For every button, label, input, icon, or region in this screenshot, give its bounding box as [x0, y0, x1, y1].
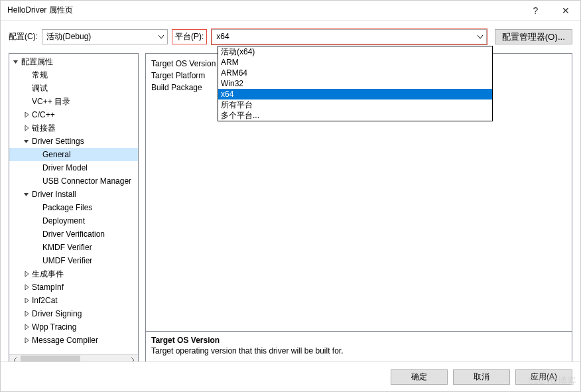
tree-item[interactable]: 链接器 [9, 121, 138, 135]
expand-none [23, 98, 31, 105]
tree-item[interactable]: 生成事件 [9, 267, 138, 281]
tree-item-label: Deployment [42, 214, 85, 228]
cancel-button[interactable]: 取消 [453, 369, 510, 385]
expand-closed-icon[interactable] [23, 310, 31, 318]
expand-none [33, 164, 41, 172]
dropdown-option[interactable]: 所有平台 [218, 99, 492, 110]
expand-open-icon[interactable] [12, 58, 20, 66]
tree-item-label: Message Compiler [32, 334, 98, 347]
expand-closed-icon[interactable] [23, 111, 31, 119]
expand-none [23, 84, 31, 92]
expand-open-icon[interactable] [23, 190, 31, 198]
window-title: HelloDriver 属性页 [7, 5, 521, 16]
tree-item[interactable]: Driver Signing [9, 307, 138, 320]
tree-item[interactable]: Driver Install [9, 188, 138, 201]
tree-item-label: VC++ 目录 [32, 95, 70, 108]
dropdown-option[interactable]: Win32 [218, 78, 492, 89]
expand-none [33, 177, 41, 185]
help-button[interactable]: ? [521, 1, 550, 21]
description-text: Target operating version that this drive… [151, 346, 566, 356]
tree-item-label: General [42, 148, 71, 161]
dropdown-option[interactable]: 活动(x64) [218, 46, 492, 57]
tree-item-label: 调试 [32, 82, 48, 95]
dropdown-option[interactable]: x64 [218, 89, 492, 99]
tree-item[interactable]: C/C++ [9, 108, 138, 121]
expand-closed-icon[interactable] [23, 296, 31, 304]
platform-label-highlight: 平台(P): [172, 29, 207, 44]
tree-item-label: Driver Verification [42, 228, 105, 241]
expand-none [33, 230, 41, 238]
tree-item[interactable]: Inf2Cat [9, 294, 138, 307]
platform-value: x64 [212, 30, 474, 44]
expand-none [33, 243, 41, 251]
config-combo[interactable]: 活动(Debug) [42, 29, 168, 44]
tree-item[interactable]: UMDF Verifier [9, 254, 138, 267]
tree-item-label: KMDF Verifier [42, 241, 92, 254]
property-tree[interactable]: 配置属性常规调试VC++ 目录C/C++链接器Driver SettingsGe… [9, 53, 139, 366]
expand-closed-icon[interactable] [23, 124, 31, 132]
expand-closed-icon[interactable] [23, 336, 31, 344]
tree-item[interactable]: KMDF Verifier [9, 241, 138, 254]
chevron-down-icon [474, 35, 486, 39]
tree-item-label: Wpp Tracing [32, 320, 76, 334]
description-title: Target OS Version [151, 336, 566, 345]
tree-item[interactable]: VC++ 目录 [9, 95, 138, 108]
tree-item-label: Driver Model [42, 161, 88, 174]
tree-item[interactable]: 调试 [9, 82, 138, 95]
chevron-down-icon [155, 35, 167, 39]
dropdown-option[interactable]: ARM64 [218, 68, 492, 78]
tree-item[interactable]: Deployment [9, 214, 138, 228]
expand-none [23, 71, 31, 79]
tree-item[interactable]: General [9, 148, 138, 161]
tree-item[interactable]: 配置属性 [9, 55, 138, 68]
tree-item-label: 链接器 [32, 121, 56, 135]
apply-button[interactable]: 应用(A) [515, 369, 572, 385]
config-manager-button[interactable]: 配置管理器(O)... [495, 29, 572, 44]
tree-item[interactable]: Driver Model [9, 161, 138, 174]
ok-button[interactable]: 确定 [391, 369, 448, 385]
expand-closed-icon[interactable] [23, 323, 31, 331]
tree-item[interactable]: USB Connector Manager [9, 174, 138, 188]
tree-item-label: 生成事件 [32, 267, 64, 281]
tree-item[interactable]: Package Files [9, 201, 138, 214]
config-value: 活动(Debug) [42, 30, 155, 44]
expand-none [33, 151, 41, 159]
tree-item[interactable]: Wpp Tracing [9, 320, 138, 334]
tree-item-label: Driver Signing [32, 307, 82, 320]
dropdown-option[interactable]: 多个平台... [218, 110, 492, 121]
tree-item[interactable]: Driver Verification [9, 228, 138, 241]
tree-item-label: USB Connector Manager [42, 174, 131, 188]
platform-combo[interactable]: x64 [212, 29, 487, 44]
tree-item-label: 配置属性 [21, 55, 53, 68]
platform-dropdown[interactable]: 活动(x64)ARMARM64Win32x64所有平台多个平台... [218, 46, 493, 121]
tree-item[interactable]: Message Compiler [9, 334, 138, 347]
tree-item-label: Inf2Cat [32, 294, 58, 307]
description-panel: Target OS Version Target operating versi… [146, 331, 572, 365]
platform-label: 平台(P): [175, 31, 204, 42]
expand-closed-icon[interactable] [23, 283, 31, 291]
tree-item-label: Package Files [42, 201, 92, 214]
tree-item-label: Driver Install [32, 188, 76, 201]
config-label: 配置(C): [9, 31, 38, 42]
tree-item[interactable]: StampInf [9, 281, 138, 294]
expand-closed-icon[interactable] [23, 270, 31, 278]
tree-item-label: 常规 [32, 68, 48, 82]
tree-item-label: StampInf [32, 281, 64, 294]
tree-item[interactable]: 常规 [9, 68, 138, 82]
tree-item-label: UMDF Verifier [42, 254, 92, 267]
expand-none [33, 257, 41, 265]
tree-item-label: C/C++ [32, 108, 55, 121]
expand-open-icon[interactable] [23, 137, 31, 145]
expand-none [33, 217, 41, 225]
close-button[interactable]: ✕ [550, 1, 580, 21]
expand-none [33, 204, 41, 212]
tree-item-label: Driver Settings [32, 135, 84, 148]
tree-item[interactable]: Driver Settings [9, 135, 138, 148]
dropdown-option[interactable]: ARM [218, 57, 492, 68]
